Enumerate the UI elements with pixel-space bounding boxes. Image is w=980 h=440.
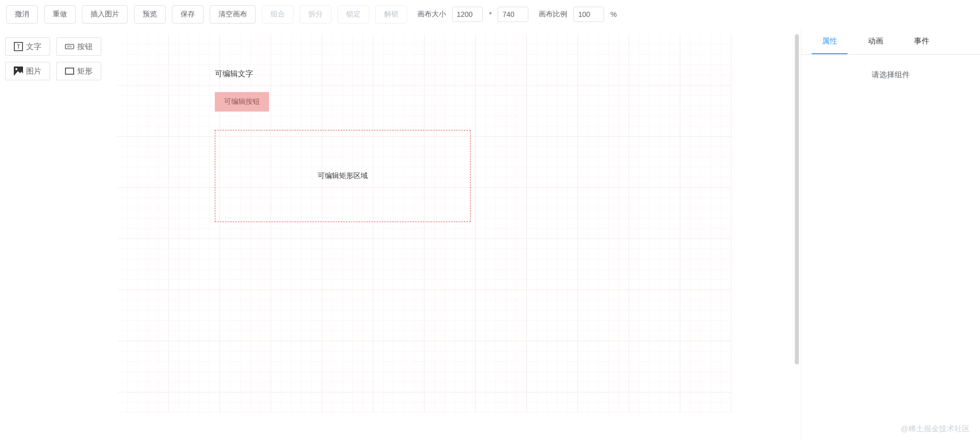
canvas-scale-input[interactable] [573, 7, 604, 22]
scrollbar-vertical[interactable] [795, 34, 799, 372]
canvas-button-component[interactable]: 可编辑按钮 [215, 92, 269, 112]
palette-button[interactable]: BTN 按钮 [56, 37, 101, 56]
canvas-size-separator: * [489, 10, 492, 18]
save-button[interactable]: 保存 [172, 5, 204, 24]
rect-icon [65, 67, 74, 76]
tab-events[interactable]: 事件 [904, 29, 940, 54]
canvas-rect-component[interactable]: 可编辑矩形区域 [215, 130, 471, 222]
svg-text:T: T [17, 43, 20, 50]
right-sidebar: 属性 动画 事件 请选择组件 [801, 29, 980, 440]
canvas-rect-label: 可编辑矩形区域 [318, 171, 368, 181]
unlock-button[interactable]: 解锁 [375, 5, 407, 24]
svg-rect-7 [65, 68, 74, 74]
palette-text-label: 文字 [26, 42, 41, 52]
sidebar-placeholder: 请选择组件 [801, 55, 980, 95]
redo-button[interactable]: 重做 [44, 5, 76, 24]
palette-text[interactable]: T 文字 [5, 37, 50, 56]
palette-image-label: 图片 [26, 67, 41, 76]
text-icon: T [14, 42, 23, 51]
tab-animation[interactable]: 动画 [858, 29, 894, 54]
ungroup-button[interactable]: 拆分 [300, 5, 331, 24]
canvas-size-label: 画布大小 [417, 10, 446, 19]
undo-button[interactable]: 撤消 [6, 5, 38, 24]
palette-image[interactable]: 图片 [5, 62, 50, 80]
component-palette: T 文字 BTN 按钮 图片 矩形 [0, 29, 107, 440]
palette-rect-label: 矩形 [77, 67, 93, 76]
lock-button[interactable]: 锁定 [338, 5, 369, 24]
sidebar-tabs: 属性 动画 事件 [801, 29, 980, 55]
canvas-text-component[interactable]: 可编辑文字 [215, 69, 253, 79]
clear-canvas-button[interactable]: 清空画布 [210, 5, 256, 24]
watermark: @稀土掘金技术社区 [901, 424, 970, 434]
scrollbar-thumb[interactable] [795, 34, 799, 364]
group-button[interactable]: 组合 [262, 5, 294, 24]
palette-rect[interactable]: 矩形 [56, 62, 101, 80]
toolbar: 撤消 重做 插入图片 预览 保存 清空画布 组合 拆分 锁定 解锁 画布大小 *… [0, 0, 980, 29]
main-layout: T 文字 BTN 按钮 图片 矩形 可编辑文字 可编辑按钮 [0, 29, 980, 440]
svg-point-5 [15, 68, 17, 70]
canvas-height-input[interactable] [498, 7, 528, 22]
svg-text:BTN: BTN [68, 46, 72, 48]
image-icon [14, 67, 23, 76]
tab-properties[interactable]: 属性 [812, 29, 848, 54]
canvas[interactable]: 可编辑文字 可编辑按钮 可编辑矩形区域 [118, 34, 731, 413]
button-icon: BTN [65, 42, 74, 51]
preview-button[interactable]: 预览 [134, 5, 166, 24]
canvas-scale-unit: % [610, 10, 616, 18]
insert-image-button[interactable]: 插入图片 [82, 5, 128, 24]
canvas-width-input[interactable] [452, 7, 483, 22]
canvas-scale-label: 画布比例 [539, 10, 567, 19]
canvas-wrapper: 可编辑文字 可编辑按钮 可编辑矩形区域 [107, 29, 801, 440]
palette-button-label: 按钮 [77, 42, 93, 52]
